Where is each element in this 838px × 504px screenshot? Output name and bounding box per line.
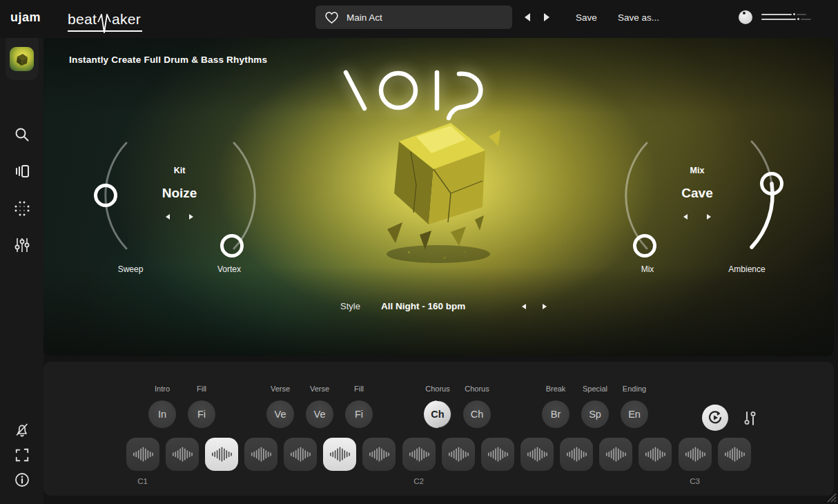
save-button[interactable]: Save (576, 12, 597, 23)
pattern-pad-2[interactable] (166, 438, 199, 471)
waveform-icon (724, 445, 745, 464)
meter-dot (793, 13, 795, 15)
notifications-off-icon[interactable] (0, 422, 43, 438)
ujam-logo: ujam (10, 10, 41, 25)
waveform-m-icon (97, 14, 111, 35)
sweep-label: Sweep (118, 264, 144, 274)
ambience-handle[interactable] (762, 174, 782, 194)
waveform-icon (448, 445, 469, 464)
pattern-pads-row: C1 (123, 438, 754, 486)
micro-mixer-icon[interactable] (743, 411, 757, 429)
waveform-icon (487, 445, 508, 464)
part-short-label: Br (551, 409, 561, 420)
pattern-pad-15[interactable] (679, 438, 712, 471)
main-stage-panel: Instantly Create Full Drum & Bass Rhythm… (43, 38, 834, 356)
part-button-intro-0[interactable]: In (148, 400, 176, 428)
kit-value: Noize (124, 186, 235, 201)
meter-dot (797, 18, 799, 20)
pattern-pad-9[interactable] (442, 438, 475, 471)
vortex-arc-track[interactable] (234, 143, 255, 249)
pattern-pad-4[interactable] (244, 438, 277, 471)
meter-dim (801, 19, 811, 20)
volume-knob[interactable] (739, 10, 752, 24)
style-next-button[interactable] (543, 304, 547, 309)
pattern-pad-13[interactable] (599, 438, 632, 471)
library-icon[interactable] (0, 163, 43, 180)
pad-slot (360, 438, 399, 486)
top-bar: ujam beat aker Main Act Save Save as... (0, 0, 838, 38)
waveform-icon (685, 445, 705, 464)
mix-prev-button[interactable] (683, 214, 688, 220)
preset-selector[interactable]: Main Act (315, 6, 512, 29)
sidebar-item-void-product[interactable] (10, 47, 34, 71)
part-label: Intro (155, 385, 170, 394)
pattern-pad-12[interactable] (560, 438, 593, 471)
search-icon[interactable] (0, 126, 43, 143)
preset-prev-button[interactable] (525, 13, 530, 21)
part-button-fill-4[interactable]: Fi (345, 400, 373, 428)
part-button-chorus-6[interactable]: Ch (463, 400, 491, 428)
sliders-settings-icon[interactable] (0, 237, 43, 253)
player-loop-button[interactable] (702, 405, 728, 431)
pattern-pad-14[interactable] (639, 438, 672, 471)
kit-next-button[interactable] (189, 214, 193, 220)
mix-slider-label: Mix (641, 264, 654, 274)
pattern-pad-1[interactable] (126, 438, 159, 471)
sweep-handle[interactable] (96, 186, 116, 206)
pattern-pad-8[interactable] (402, 438, 436, 471)
waveform-icon (290, 445, 311, 464)
preset-next-button[interactable] (544, 13, 549, 21)
pattern-pad-16[interactable] (718, 438, 751, 471)
part-short-label: Sp (589, 409, 601, 420)
volume-meter-row (761, 13, 811, 15)
kit-prev-button[interactable] (166, 214, 170, 220)
style-prev-button[interactable] (522, 304, 526, 309)
pattern-pad-5[interactable] (284, 438, 317, 471)
part-slot: Break Br (536, 385, 576, 428)
part-progress-arc (417, 394, 458, 434)
pattern-dots-icon[interactable] (0, 201, 43, 216)
loop-play-icon (708, 410, 723, 425)
pad-slot (636, 438, 675, 486)
part-button-chorus-5[interactable]: Ch (424, 400, 451, 428)
pad-slot (281, 438, 320, 486)
pattern-pad-11[interactable] (520, 438, 554, 471)
mix-handle[interactable] (635, 236, 655, 256)
pad-slot (438, 438, 478, 486)
pattern-pad-6[interactable] (323, 438, 356, 471)
pad-slot (241, 438, 280, 486)
mix-next-button[interactable] (707, 214, 711, 220)
pad-slot (202, 438, 241, 486)
pattern-pad-3[interactable] (205, 438, 238, 471)
part-label: Special (583, 385, 607, 394)
part-short-label: Fi (197, 409, 206, 420)
part-button-ending-9[interactable]: En (621, 400, 648, 428)
style-label: Style (340, 301, 360, 311)
save-as-button[interactable]: Save as... (618, 12, 659, 23)
pad-slot (517, 438, 556, 486)
kit-label: Kit (124, 166, 235, 175)
part-label: Fill (354, 385, 364, 394)
part-button-break-7[interactable]: Br (542, 400, 569, 428)
waveform-icon (566, 445, 587, 464)
meter-lit (761, 14, 792, 15)
part-button-special-8[interactable]: Sp (581, 400, 609, 428)
waveform-icon (211, 445, 232, 464)
pad-slot (557, 438, 596, 486)
octave-label: C3 (690, 477, 700, 486)
part-button-verse-3[interactable]: Ve (306, 400, 333, 428)
part-short-label: In (158, 409, 166, 420)
part-button-fill-1[interactable]: Fi (188, 400, 215, 428)
style-selector: Style All Night - 160 bpm (340, 301, 547, 311)
pattern-pad-10[interactable] (481, 438, 514, 471)
fullscreen-icon[interactable] (0, 447, 43, 463)
sidebar (0, 38, 43, 504)
pattern-pad-7[interactable] (362, 438, 396, 471)
heart-icon[interactable] (324, 11, 339, 24)
volume-slider[interactable] (761, 13, 811, 23)
info-icon[interactable] (0, 472, 43, 488)
part-label: Chorus (425, 385, 449, 394)
vortex-handle[interactable] (222, 236, 242, 256)
resize-grip[interactable] (826, 492, 837, 503)
part-button-verse-2[interactable]: Ve (266, 400, 294, 428)
